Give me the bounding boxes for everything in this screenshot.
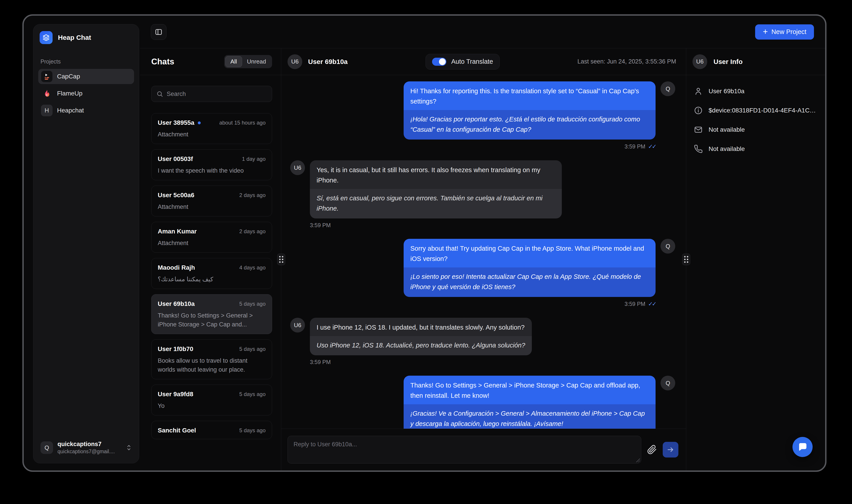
user-info-email: Not available — [709, 126, 745, 133]
paperclip-icon — [647, 445, 657, 454]
message-avatar: Q — [660, 376, 675, 391]
message-translation: ¡Lo siento por eso! Intenta actualizar C… — [404, 267, 656, 297]
message-translation: ¡Hola! Gracias por reportar esto. ¿Está … — [404, 110, 656, 140]
chat-list-item[interactable]: Aman Kumar 2 days ago Attachment — [151, 222, 272, 253]
message-avatar: Q — [660, 82, 675, 96]
chat-timestamp: 2 days ago — [239, 192, 265, 198]
chat-preview: Attachment — [158, 238, 265, 248]
message-group: U6 I use iPhone 12, iOS 18. I updated, b… — [290, 318, 675, 365]
chat-name: User 9a9fd8 — [158, 391, 193, 398]
send-button[interactable] — [663, 442, 678, 457]
chat-list-item[interactable]: User 00503f 1 day ago I want the speech … — [151, 149, 272, 180]
chat-list-item[interactable]: User 1f0b70 5 days ago Books allow us to… — [151, 339, 272, 379]
read-receipt-icon: ✓✓ — [648, 143, 656, 150]
chat-name: User 00503f — [158, 156, 193, 163]
chat-name: User 1f0b70 — [158, 345, 193, 353]
sidebar-item-heapchat[interactable]: H Heapchat — [38, 103, 134, 118]
reply-input[interactable] — [288, 436, 641, 464]
peer-avatar: U6 — [288, 54, 302, 69]
chats-heading: Chats — [151, 57, 174, 67]
chat-preview: Thanks! Go to Settings > General > iPhon… — [158, 311, 265, 329]
user-info-avatar: U6 — [693, 54, 707, 69]
panel-resize-handle-left[interactable] — [277, 254, 285, 265]
message-translation: Sí, está en casual, pero sigue con error… — [310, 189, 562, 218]
read-receipt-icon: ✓✓ — [648, 301, 656, 307]
filter-all-button[interactable]: All — [225, 56, 242, 67]
auto-translate-toggle[interactable] — [432, 58, 446, 66]
last-seen-status: Last seen: Jun 24, 2025, 3:55:36 PM — [577, 58, 676, 65]
chat-list-item[interactable]: Maoodi Rajh 4 days ago كيف يمكننا مساعدت… — [151, 258, 272, 289]
user-info-name-row: User 69b10a — [694, 87, 816, 96]
account-switcher[interactable]: Q quickcaptions7 quickcaptions7@gmail...… — [38, 437, 134, 458]
message-avatar: U6 — [290, 160, 305, 175]
chat-list-item[interactable]: User 9a9fd8 5 days ago Yo — [151, 384, 272, 415]
message-group: U6 Yes, it is in casual, but it still ha… — [290, 160, 675, 229]
chat-name: Sanchit Goel — [158, 427, 196, 434]
support-chat-button[interactable] — [793, 437, 813, 457]
user-info-device-id: $device:08318FD1-D014-4EF4-A1CA-29... — [709, 107, 816, 114]
app-title: Heap Chat — [58, 34, 91, 41]
chat-list-item[interactable]: User 5c00a6 2 days ago Attachment — [151, 185, 272, 216]
chat-list-item[interactable]: User 38955a about 15 hours ago Attachmen… — [151, 113, 272, 144]
heapchat-project-icon: H — [41, 105, 53, 116]
panel-resize-handle-right[interactable] — [682, 254, 690, 265]
heap-chat-logo-icon — [40, 31, 53, 44]
attachment-button[interactable] — [647, 445, 657, 454]
search-input[interactable] — [167, 91, 267, 97]
auto-translate-control: Auto Translate — [425, 54, 500, 70]
flameup-project-icon — [41, 88, 53, 99]
account-name: quickcaptions7 — [57, 441, 121, 448]
chat-timestamp: 4 days ago — [239, 265, 265, 271]
message-text: Yes, it is in casual, but it still has e… — [310, 160, 562, 189]
message-text: I use iPhone 12, iOS 18. I updated, but … — [310, 318, 532, 336]
project-name: Heapchat — [57, 107, 84, 114]
message-time: 3:59 PM — [624, 143, 645, 150]
message-scroll-area[interactable]: Q Hi! Thanks for reporting this. Is the … — [281, 75, 686, 429]
message-bubble: Thanks! Go to Settings > General > iPhon… — [404, 376, 656, 429]
message-text: Sorry about that! Try updating Cap Cap i… — [404, 239, 656, 267]
chat-preview: Books allow us to travel to distant worl… — [158, 356, 265, 374]
conversation-panel: U6 User 69b10a Auto Translate Last seen:… — [281, 48, 686, 470]
new-project-button[interactable]: + New Project — [755, 24, 814, 40]
message-bubble: I use iPhone 12, iOS 18. I updated, but … — [310, 318, 532, 355]
chat-timestamp: about 15 hours ago — [219, 120, 265, 126]
chat-preview: I want the speech with the video — [158, 166, 265, 175]
top-toolbar: + New Project — [140, 16, 825, 48]
user-info-device-row: $device:08318FD1-D014-4EF4-A1CA-29... — [694, 106, 816, 115]
message-text: Thanks! Go to Settings > General > iPhon… — [404, 376, 656, 404]
user-info-phone: Not available — [709, 145, 745, 152]
message-time: 3:59 PM — [310, 359, 331, 365]
user-info-title: User Info — [713, 58, 743, 66]
message-group: Q Hi! Thanks for reporting this. Is the … — [290, 82, 675, 150]
app-logo-row: Heap Chat — [38, 31, 134, 44]
plus-icon: + — [763, 27, 768, 36]
chat-list-item[interactable]: User 69b10a 5 days ago Thanks! Go to Set… — [151, 294, 272, 334]
chat-timestamp: 5 days ago — [239, 391, 265, 397]
message-group: Q Thanks! Go to Settings > General > iPh… — [290, 376, 675, 429]
message-avatar: Q — [660, 239, 675, 254]
chat-name: User 38955a — [158, 119, 194, 126]
message-group: Q Sorry about that! Try updating Cap Cap… — [290, 239, 675, 307]
app-window: Heap Chat Projects CapCap — [22, 14, 827, 472]
message-bubble: Hi! Thanks for reporting this. Is the tr… — [404, 82, 656, 140]
chat-preview: Yo — [158, 401, 265, 410]
chat-timestamp: 5 days ago — [239, 427, 265, 434]
search-icon — [156, 91, 163, 97]
filter-unread-button[interactable]: Unread — [242, 56, 271, 67]
project-name: CapCap — [57, 73, 80, 80]
mail-icon — [694, 125, 703, 134]
account-email: quickcaptions7@gmail.... — [57, 449, 121, 454]
sidebar-item-capcap[interactable]: CapCap — [38, 69, 134, 84]
user-info-email-row: Not available — [694, 125, 816, 134]
chat-list-item[interactable]: Sanchit Goel 5 days ago — [151, 421, 272, 439]
message-text: Hi! Thanks for reporting this. Is the tr… — [404, 82, 656, 110]
message-translation: ¡Gracias! Ve a Configuración > General >… — [404, 404, 656, 429]
sidebar-item-flameup[interactable]: FlameUp — [38, 86, 134, 101]
info-icon — [694, 106, 703, 115]
sidebar-toggle-button[interactable] — [151, 24, 167, 40]
user-info-phone-row: Not available — [694, 144, 816, 154]
sidebar-region: Heap Chat Projects CapCap — [24, 16, 140, 470]
message-translation: Uso iPhone 12, iOS 18. Actualicé, pero t… — [310, 336, 532, 355]
message-time: 3:59 PM — [310, 222, 331, 229]
phone-icon — [694, 144, 703, 154]
